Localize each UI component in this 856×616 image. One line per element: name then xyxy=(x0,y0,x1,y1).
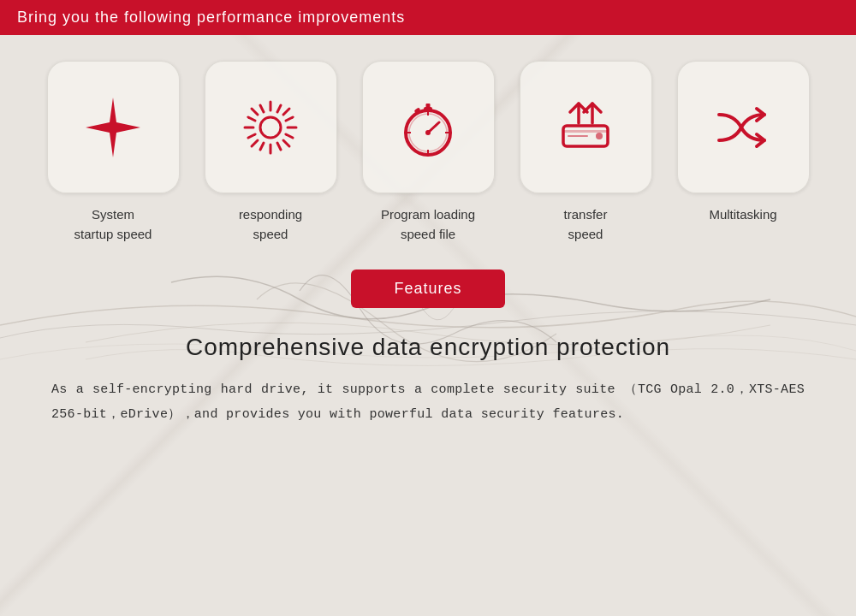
svg-rect-29 xyxy=(563,130,608,133)
svg-point-32 xyxy=(596,133,603,139)
burst-icon xyxy=(236,93,305,162)
performance-banner: Bring you the following performance impr… xyxy=(0,0,856,35)
svg-line-5 xyxy=(283,140,289,146)
banner-text: Bring you the following performance impr… xyxy=(17,9,405,26)
sparkle-icon xyxy=(79,93,147,162)
svg-line-7 xyxy=(252,140,258,146)
stopwatch-icon xyxy=(394,93,462,162)
svg-line-9 xyxy=(286,134,293,138)
icon-label-transfer-speed: transfer speed xyxy=(564,205,608,244)
svg-line-8 xyxy=(248,117,255,121)
svg-point-16 xyxy=(260,117,281,138)
icon-label-multitasking: Multitasking xyxy=(709,205,776,225)
encryption-title: Comprehensive data encryption protection xyxy=(51,334,805,361)
performance-icons-row: System startup speed xyxy=(34,61,822,244)
icon-item-multitasking: Multitasking xyxy=(670,61,816,225)
harddrive-icon xyxy=(551,93,620,162)
icon-item-system-startup: System startup speed xyxy=(40,61,186,244)
shuffle-icon xyxy=(709,93,777,162)
svg-rect-20 xyxy=(426,104,431,109)
svg-line-13 xyxy=(248,134,255,138)
icon-box-responding-speed xyxy=(205,61,337,193)
encryption-section: Comprehensive data encryption protection… xyxy=(34,325,822,435)
encryption-description: As a self-encrypting hard drive, it supp… xyxy=(51,378,805,427)
features-button[interactable]: Features xyxy=(351,270,504,308)
icon-box-system-startup xyxy=(47,61,180,193)
icon-label-program-loading: Program loading speed file xyxy=(381,205,475,244)
svg-line-6 xyxy=(283,109,289,115)
icon-label-responding-speed: responding speed xyxy=(239,205,302,244)
svg-line-4 xyxy=(252,109,258,115)
main-content: System startup speed xyxy=(0,35,856,453)
svg-line-15 xyxy=(260,143,264,150)
icon-box-multitasking xyxy=(677,61,810,193)
icon-item-program-loading: Program loading speed file xyxy=(355,61,501,244)
icon-box-transfer-speed xyxy=(520,61,652,193)
icon-box-program-loading xyxy=(362,61,495,193)
svg-line-12 xyxy=(286,117,293,121)
icon-item-transfer-speed: transfer speed xyxy=(513,61,658,244)
svg-line-14 xyxy=(277,105,281,112)
icon-label-system-startup: System startup speed xyxy=(74,205,152,244)
icon-item-responding-speed: responding speed xyxy=(198,61,343,244)
features-section: Features xyxy=(34,270,822,308)
svg-point-23 xyxy=(425,130,431,135)
svg-line-10 xyxy=(260,105,264,112)
svg-line-11 xyxy=(277,143,281,150)
